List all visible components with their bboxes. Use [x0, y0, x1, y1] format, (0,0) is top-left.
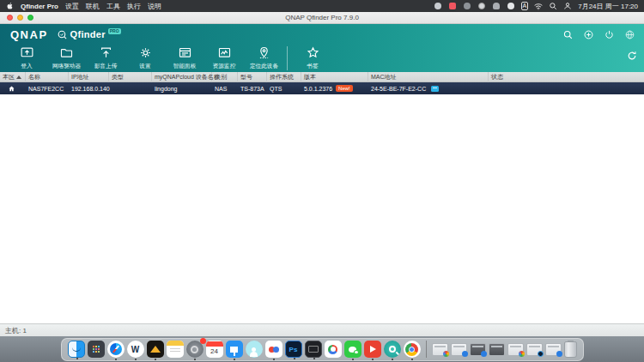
- menu-action[interactable]: 执行: [127, 2, 141, 11]
- dock-circles-app-icon[interactable]: [265, 341, 283, 358]
- screen: Qfinder Pro 设置 联机 工具 执行 说明 A 7月: [0, 0, 644, 362]
- toolbar: 登入 网络驱动器 影音上传 设置 智能面板 资源监控: [0, 43, 644, 72]
- user-account-icon[interactable]: [563, 2, 572, 10]
- brand-row: QNAP Qfinder PRO: [0, 24, 644, 43]
- dock-keyboard-app-icon[interactable]: [305, 341, 322, 358]
- menu-tools[interactable]: 工具: [106, 2, 120, 11]
- dock-system-settings-icon[interactable]: [186, 341, 204, 358]
- dock-notes-icon[interactable]: [167, 341, 184, 358]
- dock-window-thumbnail[interactable]: [432, 343, 448, 356]
- dock-creative-cloud-icon[interactable]: [325, 341, 342, 358]
- toolbar-button-label: 影音上传: [94, 62, 118, 70]
- device-model-cell: TS-873A: [238, 82, 267, 94]
- refresh-button[interactable]: [625, 49, 639, 63]
- toolbar-resource-monitor-button[interactable]: 资源监控: [204, 45, 244, 70]
- menubar-status-area: A 7月24日 周一 17:20: [434, 2, 638, 11]
- dock-finder-icon[interactable]: [68, 341, 85, 358]
- apple-menu-icon[interactable]: [6, 2, 14, 10]
- pro-badge: PRO: [108, 28, 121, 34]
- dock-wellness-app-icon[interactable]: [246, 341, 263, 358]
- dock-window-thumbnail[interactable]: [470, 343, 486, 356]
- close-window-button[interactable]: [7, 15, 13, 21]
- menu-settings[interactable]: 设置: [65, 2, 79, 11]
- desktop-strip: W 24 Ps: [0, 336, 644, 362]
- header-action-icons: [562, 28, 635, 40]
- status-app-icon-4[interactable]: [477, 2, 486, 10]
- toolbar-button-label: 智能面板: [173, 62, 197, 70]
- settings-gear-icon: [138, 45, 153, 60]
- column-header-os[interactable]: 操作系统: [267, 72, 301, 82]
- status-app-icon-1[interactable]: [434, 2, 442, 10]
- dock-calendar-icon[interactable]: 24: [206, 341, 223, 358]
- status-app-icon-2[interactable]: [448, 2, 457, 10]
- column-header-category[interactable]: 类别: [212, 72, 238, 82]
- device-table-header: 本区 名称 IP地址 类型 myQNAPcloud 设备名称 类别 型号 操作系…: [0, 72, 644, 82]
- minimize-window-button[interactable]: [17, 15, 23, 21]
- toolbar-button-label: 书签: [307, 62, 318, 70]
- toolbar-smart-panel-button[interactable]: 智能面板: [165, 45, 204, 70]
- dock-window-thumbnail[interactable]: [489, 343, 505, 356]
- dock-meeting-app-icon[interactable]: [364, 341, 381, 358]
- dock-window-thumbnail[interactable]: [526, 343, 543, 356]
- menubar-app-name[interactable]: Qfinder Pro: [21, 3, 58, 10]
- status-app-icon-3[interactable]: [463, 2, 471, 10]
- login-icon: [20, 45, 34, 60]
- column-header-name[interactable]: 名称: [26, 72, 69, 82]
- dock-window-thumbnail[interactable]: [507, 343, 524, 356]
- dock-window-thumbnail[interactable]: [451, 343, 467, 356]
- dock-safari-icon[interactable]: [107, 341, 125, 358]
- add-device-icon[interactable]: [582, 28, 594, 40]
- dock-window-thumbnail[interactable]: [545, 343, 562, 356]
- new-firmware-badge[interactable]: New!: [336, 85, 353, 92]
- device-mac-cell: 24-5E-BE-7F-E2-CC: [368, 82, 489, 94]
- column-header-cloud-name[interactable]: myQNAPcloud 设备名称: [152, 72, 212, 82]
- device-status-icon[interactable]: [431, 86, 439, 92]
- status-app-icon-5[interactable]: [492, 2, 501, 10]
- device-category-cell: NAS: [212, 82, 238, 94]
- device-name-cell: NAS7FE2CC: [26, 82, 69, 94]
- wifi-icon[interactable]: [534, 2, 543, 10]
- menu-help[interactable]: 说明: [148, 2, 161, 11]
- dock-photoshop-icon[interactable]: Ps: [285, 341, 302, 358]
- zoom-window-button[interactable]: [27, 15, 33, 21]
- dock-qfinder-icon[interactable]: [384, 341, 401, 358]
- column-header-status[interactable]: 状态: [489, 72, 644, 82]
- dock-trash-icon[interactable]: [564, 341, 577, 358]
- toolbar-locate-device-button[interactable]: 定位此设备: [244, 45, 283, 70]
- bookmark-star-icon: [306, 45, 320, 60]
- spotlight-search-icon[interactable]: [549, 2, 557, 10]
- dock-chrome-icon[interactable]: [404, 341, 421, 358]
- dock-keynote-icon[interactable]: [226, 341, 243, 358]
- language-globe-icon[interactable]: [623, 28, 635, 40]
- column-header-ip[interactable]: IP地址: [69, 72, 109, 82]
- power-icon[interactable]: [603, 28, 615, 40]
- toolbar-button-label: 定位此设备: [249, 62, 277, 70]
- device-type-cell: [109, 82, 152, 94]
- hosts-count-label: 主机: 1: [5, 326, 27, 335]
- column-header-version[interactable]: 版本: [301, 72, 368, 82]
- dock-wechat-icon[interactable]: [344, 341, 361, 358]
- device-status-cell: [489, 82, 644, 94]
- column-header-model[interactable]: 型号: [238, 72, 267, 82]
- toolbar-media-upload-button[interactable]: 影音上传: [86, 45, 125, 70]
- refresh-icon: [626, 50, 638, 62]
- toolbar-login-button[interactable]: 登入: [7, 45, 46, 70]
- dock-launchpad-icon[interactable]: [88, 341, 105, 358]
- column-header-zone[interactable]: 本区: [0, 72, 26, 82]
- dock-word-app-icon[interactable]: W: [127, 341, 144, 358]
- column-header-type[interactable]: 类型: [109, 72, 152, 82]
- dock-media-app-icon[interactable]: [147, 341, 164, 358]
- toolbar-bookmarks-button[interactable]: 书签: [293, 45, 332, 70]
- toolbar-network-drives-button[interactable]: 网络驱动器: [46, 45, 86, 70]
- status-app-icon-6[interactable]: [507, 2, 515, 10]
- toolbar-button-label: 登入: [21, 62, 32, 70]
- input-method-icon[interactable]: A: [521, 2, 529, 10]
- device-version-cell: 5.0.1.2376 New!: [301, 82, 368, 94]
- menu-connect[interactable]: 联机: [86, 2, 100, 11]
- device-ip-cell: 192.168.0.140: [69, 82, 109, 94]
- search-icon[interactable]: [562, 28, 574, 40]
- toolbar-settings-button[interactable]: 设置: [125, 45, 165, 70]
- table-row-device[interactable]: NAS7FE2CC 192.168.0.140 lingdong NAS TS-…: [0, 82, 644, 94]
- menubar-datetime[interactable]: 7月24日 周一 17:20: [578, 2, 638, 11]
- column-header-mac[interactable]: MAC地址: [368, 72, 489, 82]
